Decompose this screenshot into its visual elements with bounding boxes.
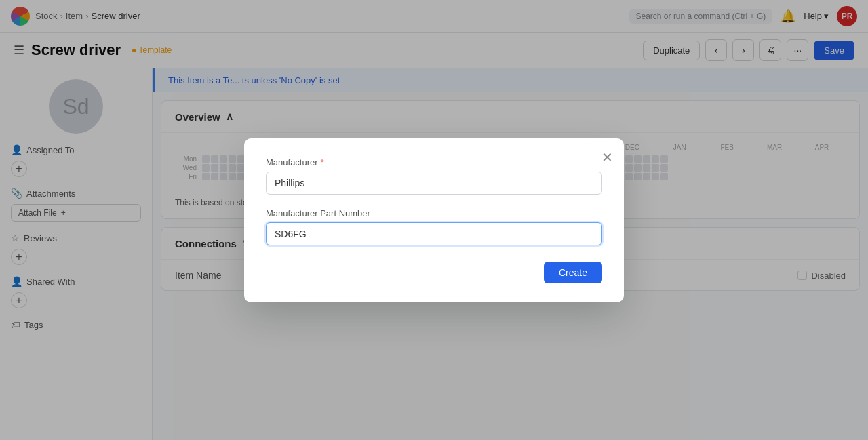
modal-footer: Create — [266, 262, 602, 283]
manufacturer-input[interactable] — [266, 172, 602, 195]
manufacturer-modal: ✕ Manufacturer * Manufacturer Part Numbe… — [244, 138, 624, 302]
manufacturer-field: Manufacturer * — [266, 157, 602, 195]
create-button[interactable]: Create — [544, 262, 602, 283]
manufacturer-label: Manufacturer * — [266, 157, 602, 167]
part-number-input[interactable] — [266, 222, 602, 245]
modal-overlay: ✕ Manufacturer * Manufacturer Part Numbe… — [0, 0, 868, 440]
required-star: * — [321, 157, 324, 167]
modal-close-button[interactable]: ✕ — [601, 149, 613, 165]
part-number-field: Manufacturer Part Number — [266, 208, 602, 245]
part-number-label: Manufacturer Part Number — [266, 208, 602, 218]
